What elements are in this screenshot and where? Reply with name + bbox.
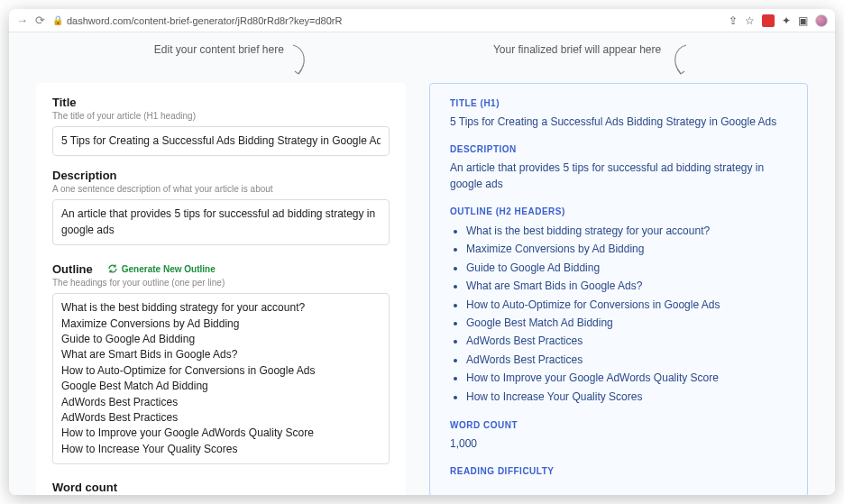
edit-hint: Edit your content brief here [154,43,313,79]
address-bar[interactable]: dashword.com/content-brief-generator/jRd… [67,15,729,26]
preview-outline-item: What are Smart Bids in Google Ads? [466,277,787,295]
preview-title-text: 5 Tips for Creating a Successful Ads Bid… [450,114,787,130]
preview-outline-item: How to Auto-Optimize for Conversions in … [466,296,787,314]
title-label: Title [52,96,390,109]
arrow-curved-down-icon [666,43,690,79]
arrow-curved-down-icon [289,43,313,79]
preview-reading-label: READING DIFFICULTY [450,466,787,476]
outline-label: Outline [52,262,93,276]
share-icon[interactable]: ⇪ [729,14,738,27]
refresh-icon [107,263,118,274]
preview-outline-item: How to Increase Your Quality Scores [466,388,787,406]
description-input[interactable] [52,199,390,245]
preview-outline-item: Maximize Conversions by Ad Bidding [466,240,787,258]
description-label: Description [52,169,390,182]
preview-outline-item: Guide to Google Ad Bidding [466,259,787,277]
title-input[interactable] [52,126,390,156]
window-icon[interactable]: ▣ [798,14,808,27]
preview-description-label: DESCRIPTION [450,144,787,154]
preview-title-label: TITLE (H1) [450,98,787,108]
preview-outline-item: What is the best bidding strategy for yo… [466,222,787,240]
title-sublabel: The title of your article (H1 heading) [52,111,390,121]
outline-input[interactable] [52,293,390,464]
forward-icon[interactable]: → [16,14,28,27]
extension-icon[interactable] [762,14,775,27]
preview-hint: Your finalized brief will appear here [493,43,690,79]
reload-icon[interactable]: ⟳ [35,14,45,27]
puzzle-icon[interactable]: ✦ [782,14,791,27]
preview-description-text: An article that provides 5 tips for succ… [450,160,787,192]
preview-outline-label: OUTLINE (H2 HEADERS) [450,206,787,216]
outline-sublabel: The headings for your outline (one per l… [52,278,390,288]
preview-outline-list: What is the best bidding strategy for yo… [450,222,787,406]
preview-wordcount-label: WORD COUNT [450,420,787,430]
star-icon[interactable]: ☆ [745,14,755,27]
preview-outline-item: Google Best Match Ad Bidding [466,314,787,332]
preview-outline-item: AdWords Best Practices [466,332,787,350]
lock-icon: 🔒 [52,15,63,25]
wordcount-label: Word count [52,481,390,494]
generate-outline-button[interactable]: Generate New Outline [102,261,221,276]
browser-toolbar: → ⟳ 🔒 dashword.com/content-brief-generat… [9,9,835,32]
description-sublabel: A one sentence description of what your … [52,184,390,194]
preview-wordcount-text: 1,000 [450,435,787,452]
profile-avatar[interactable] [815,14,828,27]
preview-outline-item: AdWords Best Practices [466,351,787,369]
browser-right-icons: ⇪ ☆ ✦ ▣ [729,14,828,27]
preview-outline-item: How to Improve your Google AdWords Quali… [466,369,787,387]
preview-panel: TITLE (H1) 5 Tips for Creating a Success… [429,83,808,495]
editor-panel: Title The title of your article (H1 head… [36,83,406,495]
